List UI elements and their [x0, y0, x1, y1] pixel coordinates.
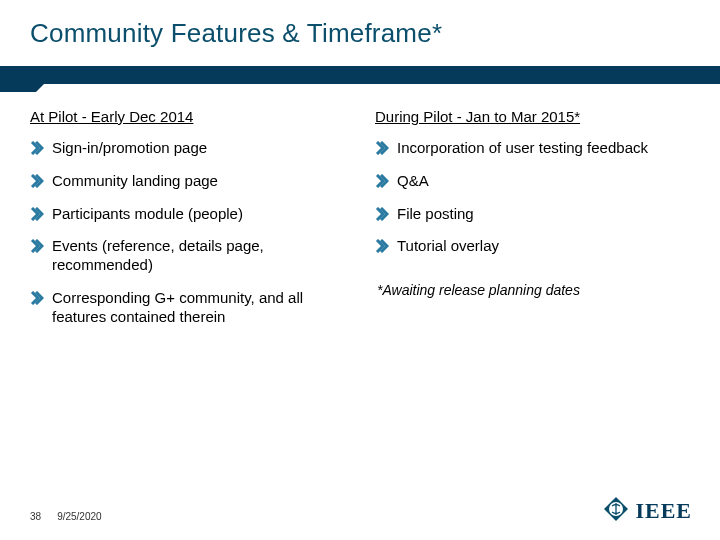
chevron-icon	[30, 141, 44, 155]
ieee-emblem-icon	[603, 496, 629, 526]
content-area: At Pilot - Early Dec 2014 Sign-in/promot…	[30, 108, 690, 340]
list-item-text: Q&A	[397, 172, 429, 189]
list-item-text: File posting	[397, 205, 474, 222]
right-column-heading: During Pilot - Jan to Mar 2015*	[375, 108, 690, 125]
page-number: 38	[30, 511, 41, 522]
footer: 38 9/25/2020	[30, 511, 102, 522]
list-item: Tutorial overlay	[375, 237, 690, 256]
footnote: *Awaiting release planning dates	[375, 282, 690, 298]
list-item: Incorporation of user testing feedback	[375, 139, 690, 158]
chevron-icon	[375, 207, 389, 221]
slide-title: Community Features & Timeframe*	[30, 18, 720, 49]
footer-date: 9/25/2020	[57, 511, 102, 522]
list-item-text: Participants module (people)	[52, 205, 243, 222]
left-column: At Pilot - Early Dec 2014 Sign-in/promot…	[30, 108, 345, 340]
right-bullet-list: Incorporation of user testing feedback Q…	[375, 139, 690, 256]
list-item: Corresponding G+ community, and all feat…	[30, 289, 345, 327]
list-item: Community landing page	[30, 172, 345, 191]
chevron-icon	[375, 141, 389, 155]
list-item: Participants module (people)	[30, 205, 345, 224]
left-bullet-list: Sign-in/promotion page Community landing…	[30, 139, 345, 326]
left-column-heading: At Pilot - Early Dec 2014	[30, 108, 345, 125]
list-item-text: Community landing page	[52, 172, 218, 189]
chevron-icon	[375, 239, 389, 253]
list-item-text: Tutorial overlay	[397, 237, 499, 254]
title-underline-bar	[0, 66, 720, 92]
chevron-icon	[30, 174, 44, 188]
right-column: During Pilot - Jan to Mar 2015* Incorpor…	[375, 108, 690, 340]
chevron-icon	[30, 207, 44, 221]
chevron-icon	[30, 239, 44, 253]
ieee-logo-text: IEEE	[635, 498, 692, 524]
list-item: Events (reference, details page, recomme…	[30, 237, 345, 275]
list-item-text: Incorporation of user testing feedback	[397, 139, 648, 156]
chevron-icon	[30, 291, 44, 305]
list-item: Sign-in/promotion page	[30, 139, 345, 158]
list-item-text: Corresponding G+ community, and all feat…	[52, 289, 303, 325]
list-item: File posting	[375, 205, 690, 224]
list-item: Q&A	[375, 172, 690, 191]
ieee-logo: IEEE	[603, 496, 692, 526]
list-item-text: Events (reference, details page, recomme…	[52, 237, 264, 273]
chevron-icon	[375, 174, 389, 188]
list-item-text: Sign-in/promotion page	[52, 139, 207, 156]
